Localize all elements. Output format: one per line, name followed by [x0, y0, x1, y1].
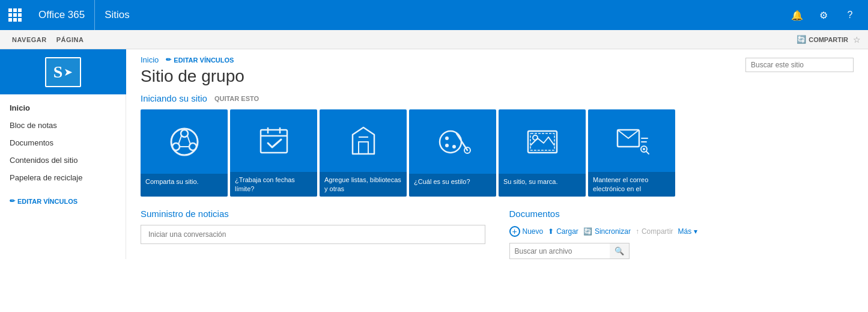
sidebar-item-contenidos[interactable]: Contenidos del sitio — [0, 151, 126, 169]
news-feed-title: Suministro de noticias — [141, 209, 485, 219]
top-bar: Office 365 Sitios 🔔 ⚙ ? — [0, 0, 868, 30]
edit-links-inline-label: EDITAR VÍNCULOS — [174, 57, 234, 64]
favorite-button[interactable]: ☆ — [853, 35, 861, 44]
news-feed-input[interactable] — [141, 225, 485, 244]
tile-brand-icon-area — [499, 109, 586, 174]
content-area: Inicio ✏ EDITAR VÍNCULOS Sitio de grupo … — [126, 49, 868, 259]
share-doc-icon: ↑ — [636, 227, 639, 236]
doc-search-row: 🔍 — [509, 243, 630, 259]
nav-pagina[interactable]: PÁGINA — [52, 36, 89, 43]
breadcrumb-inicio[interactable]: Inicio — [141, 55, 159, 64]
doc-search-button[interactable]: 🔍 — [610, 243, 629, 258]
tile-palette[interactable]: ¿Cuál es su estilo? — [409, 109, 496, 197]
tile-email[interactable]: Mantener el correo electrónico en el — [588, 109, 675, 197]
sidebar: S ➤ Inicio Bloc de notas Documentos Cont… — [0, 49, 126, 259]
svg-point-19 — [452, 145, 456, 148]
brand-icon — [523, 123, 562, 161]
tile-share-label: Comparta su sitio. — [141, 174, 228, 197]
svg-line-4 — [178, 136, 181, 144]
edit-links-inline[interactable]: ✏ EDITAR VÍNCULOS — [166, 56, 234, 64]
tile-email-label: Mantener el correo electrónico en el — [588, 172, 675, 197]
svg-point-14 — [440, 131, 461, 153]
doc-search-input[interactable] — [510, 244, 610, 258]
plus-icon: + — [509, 226, 520, 237]
sidebar-item-documentos[interactable]: Documentos — [0, 134, 126, 151]
tiles-container: Comparta su sitio. ¿Trabaja con fechas l… — [126, 109, 868, 209]
section-name: Sitios — [105, 9, 130, 21]
svg-point-17 — [445, 136, 449, 140]
secondary-nav: NAVEGAR PÁGINA 🔄 COMPARTIR ☆ — [0, 30, 868, 49]
upload-icon: ⬆ — [548, 227, 554, 236]
search-site-input[interactable] — [745, 58, 854, 72]
app-name: Office 365 — [29, 0, 95, 30]
documents-section: Documentos + Nuevo ⬆ Cargar 🔄 Sincroniza… — [509, 209, 854, 259]
tile-brand[interactable]: Su sitio, su marca. — [499, 109, 586, 197]
svg-point-22 — [533, 135, 538, 140]
compartir-doc-label: Compartir — [642, 227, 673, 236]
pencil-icon: ✏ — [10, 197, 15, 205]
doc-toolbar: + Nuevo ⬆ Cargar 🔄 Sincronizar ↑ Compart… — [509, 225, 854, 238]
tile-library-icon-area — [320, 109, 407, 172]
svg-rect-12 — [359, 142, 368, 154]
quitar-button[interactable]: QUITAR ESTO — [214, 95, 259, 102]
svg-point-1 — [181, 130, 188, 137]
sp-arrow: ➤ — [64, 66, 73, 79]
sidebar-nav: Inicio Bloc de notas Documentos Contenid… — [0, 94, 126, 191]
svg-point-27 — [643, 148, 645, 150]
sync-icon: 🔄 — [797, 35, 806, 44]
doc-sincronizar-button[interactable]: 🔄 Sincronizar — [583, 226, 631, 237]
app-launcher-button[interactable] — [6, 6, 24, 24]
svg-line-5 — [187, 136, 190, 144]
documents-title: Documentos — [509, 209, 854, 219]
tile-share-icon-area — [141, 109, 228, 174]
main-layout: S ➤ Inicio Bloc de notas Documentos Cont… — [0, 49, 868, 259]
doc-compartir-button: ↑ Compartir — [636, 226, 673, 237]
settings-button[interactable]: ⚙ — [812, 0, 836, 30]
tile-share[interactable]: Comparta su sitio. — [141, 109, 228, 197]
news-feed-section: Suministro de noticias — [141, 209, 485, 259]
tile-calendar[interactable]: ¿Trabaja con fechas límite? — [230, 109, 317, 197]
calendar-icon — [255, 121, 293, 160]
doc-mas-button[interactable]: Más ▾ — [678, 226, 698, 237]
search-icon: 🔍 — [615, 246, 624, 255]
sync-doc-icon: 🔄 — [583, 227, 592, 236]
nuevo-label: Nuevo — [523, 227, 544, 236]
tile-calendar-label: ¿Trabaja con fechas límite? — [230, 172, 317, 197]
section-header: Iniciando su sitio QUITAR ESTO — [126, 93, 868, 109]
secondary-nav-right: 🔄 COMPARTIR ☆ — [797, 35, 861, 44]
notifications-button[interactable]: 🔔 — [785, 0, 809, 30]
mas-label: Más — [678, 227, 692, 236]
svg-line-28 — [646, 151, 649, 154]
tile-library-label: Agregue listas, bibliotecas y otras — [320, 172, 407, 197]
sidebar-edit-links[interactable]: ✏ EDITAR VÍNCULOS — [0, 191, 126, 211]
section-title: Iniciando su sitio — [141, 93, 207, 103]
bottom-sections: Suministro de noticias Documentos + Nuev… — [126, 209, 868, 259]
nav-navegar[interactable]: NAVEGAR — [7, 36, 52, 43]
tile-palette-label: ¿Cuál es su estilo? — [409, 174, 496, 197]
tile-calendar-icon-area — [230, 109, 317, 172]
tile-library[interactable]: Agregue listas, bibliotecas y otras — [320, 109, 407, 197]
compartir-label: COMPARTIR — [809, 36, 848, 43]
sidebar-item-inicio[interactable]: Inicio — [0, 99, 126, 117]
doc-nuevo-button[interactable]: + Nuevo — [509, 225, 544, 238]
share-icon — [165, 123, 204, 161]
top-bar-right: 🔔 ⚙ ? — [785, 0, 862, 30]
tile-email-icon-area — [588, 109, 675, 172]
svg-rect-7 — [261, 130, 287, 153]
sp-letter: S — [53, 63, 63, 82]
sharepoint-logo: S ➤ — [45, 57, 81, 87]
help-button[interactable]: ? — [838, 0, 862, 30]
library-icon — [344, 121, 383, 160]
pencil-icon-inline: ✏ — [166, 56, 171, 64]
edit-links-label: EDITAR VÍNCULOS — [17, 198, 77, 205]
compartir-button[interactable]: 🔄 COMPARTIR — [797, 35, 848, 44]
sidebar-item-bloc[interactable]: Bloc de notas — [0, 117, 126, 134]
tile-brand-label: Su sitio, su marca. — [499, 174, 586, 197]
tile-palette-icon-area — [409, 109, 496, 174]
palette-icon — [434, 123, 472, 161]
svg-point-0 — [171, 129, 198, 155]
sidebar-logo: S ➤ — [0, 49, 126, 94]
doc-cargar-button[interactable]: ⬆ Cargar — [548, 226, 578, 237]
sincronizar-label: Sincronizar — [595, 227, 631, 236]
sidebar-item-papelera[interactable]: Papelera de reciclaje — [0, 169, 126, 186]
